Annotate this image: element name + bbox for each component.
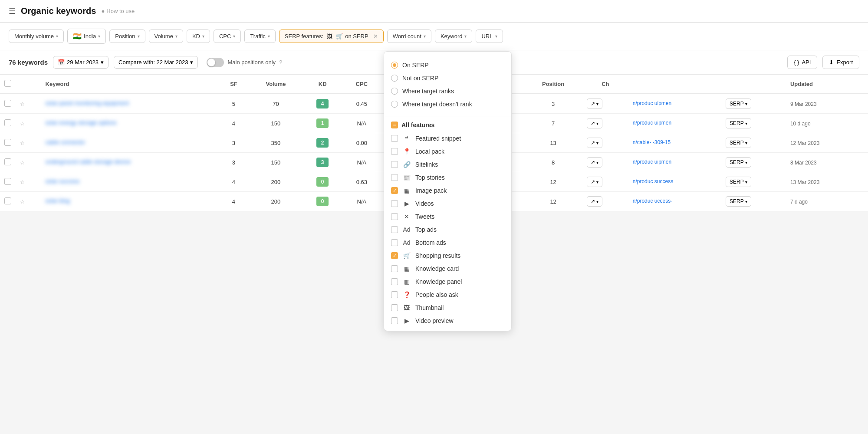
serp-button[interactable]: SERP ▾ [726,196,751,207]
date-picker[interactable]: 📅 29 Mar 2023 ▾ [53,56,108,69]
row-url[interactable]: n/produc success [628,172,721,192]
feature-item-local_pack[interactable]: 📍 Local pack [384,145,511,158]
serp-button[interactable]: SERP ▾ [726,177,751,187]
select-all-header[interactable] [0,75,16,94]
row-ch[interactable]: ↗ ▾ [582,114,628,133]
row-serp-btn[interactable]: SERP ▾ [721,114,786,133]
row-url[interactable]: n/produc uipmen [628,94,721,114]
change-trend-button[interactable]: ↗ ▾ [587,196,602,207]
feature-item-people_also_ask[interactable]: ❓ People also ask [384,288,511,301]
feature-checkbox-top_ads[interactable] [391,226,398,233]
row-star[interactable]: ☆ [16,94,41,114]
row-keyword[interactable]: underground cable storage device [41,153,219,172]
serp-radio-item-where_target_ranks[interactable]: Where target ranks [391,85,504,98]
feature-checkbox-shopping_results[interactable]: ✓ [391,252,398,259]
feature-checkbox-bottom_ads[interactable] [391,239,398,246]
col-ch[interactable]: Ch [582,75,628,94]
feature-checkbox-thumbnail[interactable] [391,304,398,311]
row-keyword[interactable]: cable connector [41,133,219,153]
feature-checkbox-featured_snippet[interactable] [391,135,398,142]
row-checkbox-cell[interactable] [0,153,16,172]
feature-checkbox-people_also_ask[interactable] [391,291,398,298]
row-star[interactable]: ☆ [16,114,41,133]
feature-item-tweets[interactable]: ✕ Tweets [384,210,511,223]
serp-button[interactable]: SERP ▾ [726,118,751,128]
feature-checkbox-sitelinks[interactable] [391,161,398,168]
feature-item-knowledge_panel[interactable]: ▥ Knowledge panel [384,275,511,288]
feature-checkbox-image_pack[interactable]: ✓ [391,187,398,194]
feature-item-top_ads[interactable]: Ad Top ads [384,223,511,236]
traffic-filter[interactable]: Traffic ▾ [244,30,275,43]
feature-item-thumbnail[interactable]: 🖼 Thumbnail [384,301,511,314]
serp-radio-item-on_serp[interactable]: On SERP [391,59,504,72]
feature-checkbox-local_pack[interactable] [391,148,398,155]
row-url[interactable]: n/produc uccess- [628,192,721,211]
keyword-filter[interactable]: Keyword ▾ [435,30,473,43]
feature-item-shopping_results[interactable]: ✓ 🛒 Shopping results [384,249,511,262]
row-url[interactable]: n/cable- -309-15 [628,133,721,153]
row-url[interactable]: n/produc uipmen [628,153,721,172]
row-star[interactable]: ☆ [16,153,41,172]
feature-checkbox-knowledge_card[interactable] [391,265,398,272]
row-checkbox-cell[interactable] [0,114,16,133]
row-serp-btn[interactable]: SERP ▾ [721,133,786,153]
change-trend-button[interactable]: ↗ ▾ [587,177,602,187]
close-icon[interactable]: ✕ [373,33,378,39]
volume-filter[interactable]: Volume ▾ [149,30,183,43]
row-keyword[interactable]: solar blog [41,192,219,211]
change-trend-button[interactable]: ↗ ▾ [587,157,602,168]
row-checkbox-cell[interactable] [0,192,16,211]
row-checkbox-cell[interactable] [0,172,16,192]
feature-item-bottom_ads[interactable]: Ad Bottom ads [384,236,511,249]
row-ch[interactable]: ↗ ▾ [582,94,628,114]
feature-checkbox-top_stories[interactable] [391,174,398,181]
feature-item-image_pack[interactable]: ✓ ▦ Image pack [384,184,511,197]
change-trend-button[interactable]: ↗ ▾ [587,118,602,128]
url-filter[interactable]: URL ▾ [476,30,503,43]
change-trend-button[interactable]: ↗ ▾ [587,138,602,148]
feature-item-videos[interactable]: ▶ Videos [384,197,511,210]
row-checkbox-cell[interactable] [0,133,16,153]
feature-checkbox-video_preview[interactable] [391,317,398,324]
serp-radio-item-where_target_doesnt_rank[interactable]: Where target doesn't rank [391,98,504,111]
feature-checkbox-tweets[interactable] [391,213,398,220]
how-to-use-link[interactable]: ● How to use [101,8,135,14]
feature-item-sitelinks[interactable]: 🔗 Sitelinks [384,158,511,171]
row-ch[interactable]: ↗ ▾ [582,133,628,153]
menu-icon[interactable]: ☰ [9,7,16,16]
india-filter[interactable]: 🇮🇳 India ▾ [67,29,106,44]
cpc-filter[interactable]: CPC ▾ [214,30,241,43]
row-checkbox-cell[interactable] [0,94,16,114]
col-cpc[interactable]: CPC [342,75,381,94]
serp-radio-item-not_on_serp[interactable]: Not on SERP [391,72,504,85]
feature-item-knowledge_card[interactable]: ▦ Knowledge card [384,262,511,275]
feature-checkbox-knowledge_panel[interactable] [391,278,398,285]
row-keyword[interactable]: solar energy storage options [41,114,219,133]
main-positions-toggle[interactable] [207,58,224,67]
change-trend-button[interactable]: ↗ ▾ [587,99,602,109]
col-updated[interactable]: Updated [786,75,868,94]
row-ch[interactable]: ↗ ▾ [582,172,628,192]
feature-item-video_preview[interactable]: ▶ Video preview [384,314,511,327]
row-serp-btn[interactable]: SERP ▾ [721,153,786,172]
compare-picker[interactable]: Compare with: 22 Mar 2023 ▾ [114,56,198,69]
row-star[interactable]: ☆ [16,172,41,192]
row-ch[interactable]: ↗ ▾ [582,192,628,211]
row-url[interactable]: n/produc uipmen [628,114,721,133]
row-serp-btn[interactable]: SERP ▾ [721,192,786,211]
serp-features-filter[interactable]: SERP features: 🖼 🛒 on SERP ✕ [279,30,384,43]
feature-item-top_stories[interactable]: 📰 Top stories [384,171,511,184]
export-button[interactable]: ⬇ Export [822,56,859,69]
row-keyword[interactable]: solar panel monitoring equipment [41,94,219,114]
row-ch[interactable]: ↗ ▾ [582,153,628,172]
position-filter[interactable]: Position ▾ [109,30,145,43]
row-serp-btn[interactable]: SERP ▾ [721,172,786,192]
row-serp-btn[interactable]: SERP ▾ [721,94,786,114]
help-icon[interactable]: ? [279,59,282,66]
col-sf[interactable]: SF [219,75,249,94]
serp-button[interactable]: SERP ▾ [726,157,751,168]
word-count-filter[interactable]: Word count ▾ [387,30,431,43]
feature-item-featured_snippet[interactable]: ❝ Featured snippet [384,132,511,145]
col-position[interactable]: Position [524,75,582,94]
col-kd[interactable]: KD [303,75,342,94]
